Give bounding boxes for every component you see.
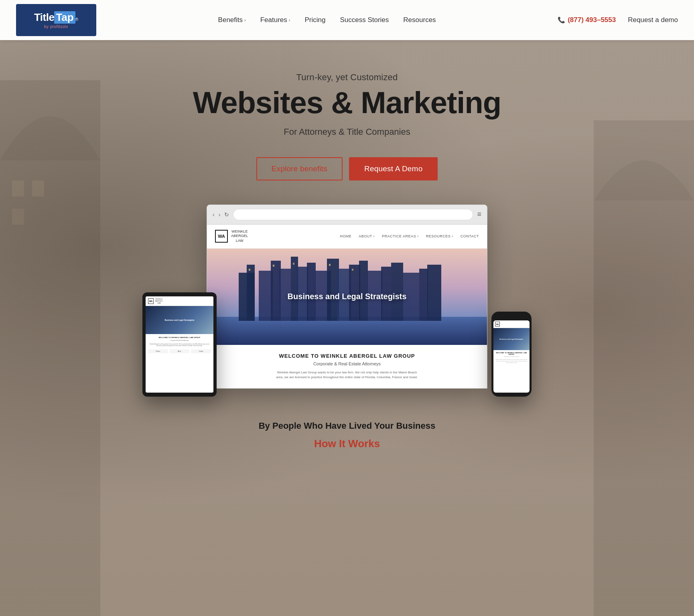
phone-screen: WA Business and Legal Strategists WELCOM… [493, 320, 530, 393]
nav-item-pricing[interactable]: Pricing [304, 16, 325, 24]
nav-features-label: Features [260, 16, 287, 24]
bottom-section: By People Who Have Lived Your Business H… [0, 389, 694, 466]
by-people-text: By People Who Have Lived Your Business [0, 421, 694, 431]
tablet-hero: Business and Legal Strategists [146, 306, 213, 334]
phone-icon: 📞 [558, 16, 565, 24]
svg-rect-7 [207, 317, 487, 345]
phone-number: (877) 493–5553 [568, 16, 616, 24]
browser-mockup: ‹ › ↻ ≡ WA WEINKLE ABERGEL LAW [207, 205, 487, 389]
logo-byline: by profitsolv [44, 24, 68, 29]
chevron-down-icon: › [244, 18, 246, 22]
refresh-icon[interactable]: ↻ [224, 211, 229, 218]
nav-pricing-label: Pricing [304, 16, 325, 24]
nav-success-label: Success Stories [340, 16, 389, 24]
tablet-wa-logo: WA [148, 298, 154, 304]
request-demo-button[interactable]: Request A Demo [349, 157, 438, 180]
svg-rect-27 [249, 269, 250, 271]
tablet-mockup: WA WEINKLEABERGELLAW Business and Legal … [142, 292, 217, 397]
phone-link[interactable]: 📞 (877) 493–5553 [558, 16, 616, 24]
browser-content: WA WEINKLE ABERGEL LAW HOME ABOUT › PRAC… [207, 225, 487, 389]
browser-toolbar: ‹ › ↻ ≡ [207, 205, 487, 225]
menu-icon[interactable]: ≡ [477, 210, 481, 219]
nav-item-benefits[interactable]: Benefits › [218, 16, 246, 24]
how-it-works-link[interactable]: How It Works [314, 438, 380, 450]
hero-description: For Attorneys & Title Companies [0, 127, 694, 137]
forward-icon[interactable]: › [219, 211, 221, 218]
svg-rect-31 [352, 269, 353, 271]
wa-hero-text: Business and Legal Strategists [288, 292, 407, 301]
phone-notch [503, 316, 519, 319]
hero-subtitle: Turn-key, yet Customized [0, 72, 694, 83]
svg-rect-25 [419, 269, 428, 321]
svg-rect-20 [359, 261, 368, 321]
svg-rect-10 [259, 271, 273, 321]
wa-content: WELCOME TO WEINKLE ABERGEL LAW GROUP Cor… [207, 345, 487, 389]
logo-title: Title [34, 11, 54, 24]
nav-item-features[interactable]: Features › [260, 16, 290, 24]
svg-rect-26 [427, 265, 441, 321]
nav-benefits-label: Benefits [218, 16, 243, 24]
request-demo-nav-button[interactable]: Request a demo [628, 16, 678, 24]
mockup-group: WA WEINKLEABERGELLAW Business and Legal … [207, 205, 487, 389]
nav-right: 📞 (877) 493–5553 Request a demo [558, 16, 678, 24]
phone-mockup: WA Business and Legal Strategists WELCOM… [491, 312, 532, 397]
svg-rect-28 [273, 265, 274, 267]
main-nav: Title Tap ® by profitsolv Benefits › Fea… [0, 0, 694, 40]
nav-item-resources[interactable]: Resources [403, 16, 436, 24]
nav-item-success[interactable]: Success Stories [340, 16, 389, 24]
hero-buttons: Explore benefits Request A Demo [0, 157, 694, 180]
chevron-down-icon: › [289, 18, 290, 22]
logo-tap: Tap [54, 11, 75, 24]
logo-trademark: ® [75, 17, 78, 22]
explore-benefits-button[interactable]: Explore benefits [256, 157, 343, 180]
svg-rect-29 [293, 263, 294, 265]
wa-nav-links: HOME ABOUT › PRACTICE AREAS › RESOURCES … [340, 234, 479, 238]
wa-logo: WA WEINKLE ABERGEL LAW [215, 229, 248, 243]
nav-resources-label: Resources [403, 16, 436, 24]
wa-hero: Business and Legal Strategists [207, 249, 487, 345]
back-icon[interactable]: ‹ [213, 211, 215, 218]
wa-site-nav: WA WEINKLE ABERGEL LAW HOME ABOUT › PRAC… [207, 225, 487, 249]
hero-section: Turn-key, yet Customized Websites & Mark… [0, 40, 694, 389]
svg-rect-30 [329, 264, 331, 266]
hero-title: Websites & Marketing [0, 86, 694, 120]
logo[interactable]: Title Tap ® by profitsolv [16, 4, 96, 36]
nav-links: Benefits › Features › Pricing Success St… [218, 16, 436, 24]
url-bar[interactable] [233, 209, 473, 220]
svg-rect-9 [247, 265, 255, 321]
